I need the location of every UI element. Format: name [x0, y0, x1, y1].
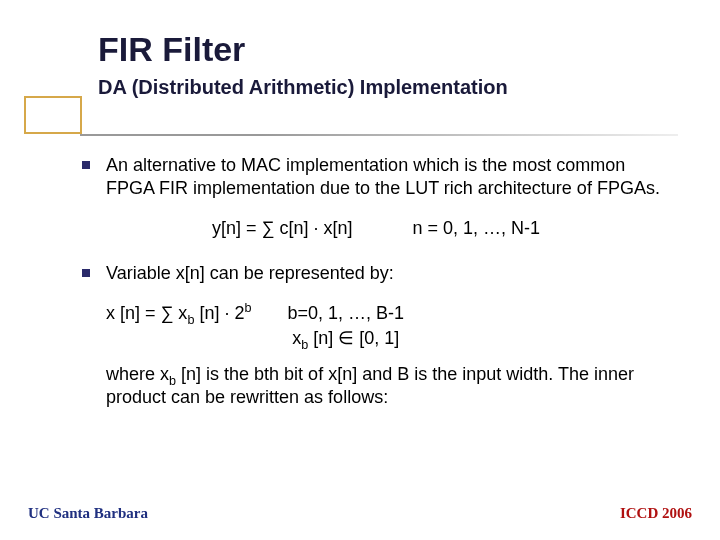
footer-left: UC Santa Barbara — [28, 505, 148, 522]
eq-text: [n] · 2 — [194, 303, 244, 323]
equation-x: x [n] = ∑ xb [n] · 2b — [106, 302, 251, 325]
para-text: [n] is the bth bit of x[n] and B is the … — [106, 364, 634, 407]
bullet-item: An alternative to MAC implementation whi… — [82, 154, 670, 199]
equation-y: y[n] = ∑ c[n] · x[n] — [212, 217, 352, 240]
equation-row-2: x [n] = ∑ xb [n] · 2b b=0, 1, …, B-1 xb … — [106, 302, 670, 349]
bullet-text: Variable x[n] can be represented by: — [106, 262, 670, 285]
bullet-icon — [82, 161, 90, 169]
bullet-text: An alternative to MAC implementation whi… — [106, 154, 670, 199]
page-subtitle: DA (Distributed Arithmetic) Implementati… — [98, 76, 508, 99]
equation-row-1: y[n] = ∑ c[n] · x[n] n = 0, 1, …, N-1 — [82, 217, 670, 240]
closing-paragraph: where xb [n] is the bth bit of x[n] and … — [106, 363, 670, 408]
bullet-item: Variable x[n] can be represented by: — [82, 262, 670, 285]
slide: FIR Filter DA (Distributed Arithmetic) I… — [0, 0, 720, 540]
para-text: where x — [106, 364, 169, 384]
eq-sup: b — [244, 301, 251, 315]
footer: UC Santa Barbara ICCD 2006 — [28, 505, 692, 522]
footer-right: ICCD 2006 — [620, 505, 692, 522]
eq-line: b=0, 1, …, B-1 — [287, 302, 404, 325]
equation-n-range: n = 0, 1, …, N-1 — [412, 217, 540, 240]
para-sub: b — [169, 374, 176, 388]
eq-text: x [n] = ∑ x — [106, 303, 187, 323]
title-underline-icon — [80, 134, 678, 136]
accent-box-icon — [24, 96, 82, 134]
bullet-icon — [82, 269, 90, 277]
body-content: An alternative to MAC implementation whi… — [82, 154, 670, 408]
equation-b-range: b=0, 1, …, B-1 xb [n] ∈ [0, 1] — [287, 302, 404, 349]
page-title: FIR Filter — [98, 30, 245, 69]
eq-text: [n] ∈ [0, 1] — [308, 328, 399, 348]
eq-text: x — [292, 328, 301, 348]
eq-line: xb [n] ∈ [0, 1] — [292, 327, 399, 350]
